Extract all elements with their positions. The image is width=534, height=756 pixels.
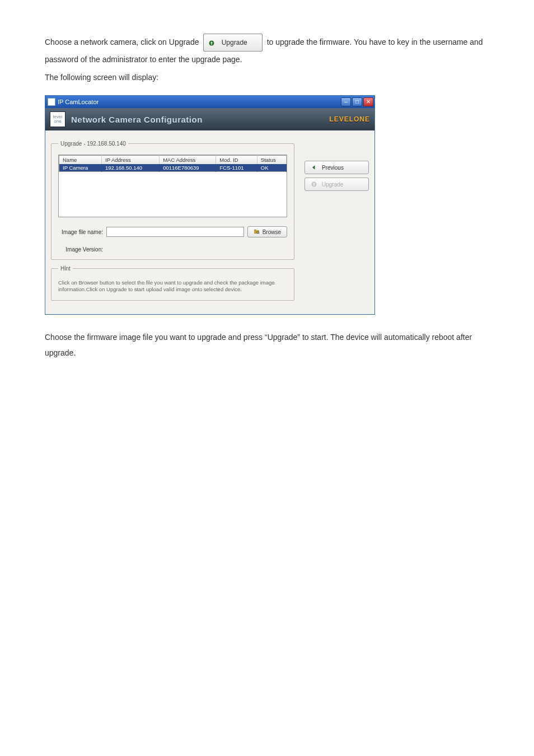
hint-legend: Hint bbox=[58, 265, 73, 272]
cell-modid: FCS-1101 bbox=[216, 164, 257, 172]
banner-title: Network Camera Configuration bbox=[71, 115, 329, 124]
minimize-button[interactable]: – bbox=[341, 97, 351, 106]
paragraph-3: Choose the firmware image file you want … bbox=[45, 329, 489, 361]
close-button[interactable]: ✕ bbox=[363, 97, 373, 106]
image-version-label: Image Version: bbox=[58, 246, 103, 253]
paragraph-2: The following screen will display: bbox=[45, 69, 489, 85]
cell-status: OK bbox=[257, 164, 286, 172]
image-file-row: Image file name: Browse bbox=[58, 226, 287, 237]
svg-line-2 bbox=[259, 233, 259, 234]
cell-name: IP Camera bbox=[59, 164, 102, 172]
table-row[interactable]: IP Camera 192.168.50.140 00116E780639 FC… bbox=[59, 164, 287, 172]
upgrade-inline-button-label: Upgrade bbox=[222, 39, 247, 46]
col-name: Name bbox=[59, 156, 102, 165]
upgrade-button[interactable]: Upgrade bbox=[305, 178, 369, 191]
brand-text: LEVELONE bbox=[329, 115, 370, 123]
upgrade-inline-button[interactable]: Upgrade bbox=[203, 34, 262, 52]
app-icon bbox=[48, 98, 55, 106]
previous-button-label: Previous bbox=[322, 165, 344, 171]
col-modid: Mod. ID bbox=[216, 156, 257, 165]
device-table: Name IP Address MAC Address Mod. ID Stat… bbox=[59, 155, 287, 172]
image-version-row: Image Version: bbox=[58, 246, 287, 253]
paragraph-1: Choose a network camera, click on Upgrad… bbox=[45, 34, 489, 67]
upgrade-button-label: Upgrade bbox=[322, 181, 343, 188]
brand-logo-icon: levelone bbox=[50, 111, 65, 127]
hint-text: Click on Browser button to select the fi… bbox=[58, 279, 287, 293]
col-mac: MAC Address bbox=[160, 156, 216, 165]
browse-button-label: Browse bbox=[263, 229, 281, 235]
cell-ip: 192.168.50.140 bbox=[102, 164, 160, 172]
browse-icon bbox=[254, 228, 260, 236]
upgrade-button-icon bbox=[311, 181, 317, 188]
previous-button[interactable]: Previous bbox=[305, 161, 369, 174]
banner: levelone Network Camera Configuration LE… bbox=[45, 108, 374, 130]
col-status: Status bbox=[257, 156, 286, 165]
device-table-wrap: Name IP Address MAC Address Mod. ID Stat… bbox=[58, 155, 287, 217]
browse-button[interactable]: Browse bbox=[247, 226, 287, 237]
col-ip: IP Address bbox=[102, 156, 160, 165]
table-empty-area bbox=[59, 172, 287, 217]
window-title: IP CamLocator bbox=[58, 99, 340, 105]
titlebar: IP CamLocator – □ ✕ bbox=[45, 96, 374, 108]
cell-mac: 00116E780639 bbox=[160, 164, 216, 172]
app-window: IP CamLocator – □ ✕ levelone Network Cam… bbox=[45, 95, 375, 315]
para1-part-a: Choose a network camera, click on Upgrad… bbox=[45, 38, 201, 46]
upgrade-fieldset-legend: Upgrade - 192.168.50.140 bbox=[58, 141, 128, 147]
upgrade-fieldset: Upgrade - 192.168.50.140 Name IP Address… bbox=[51, 141, 294, 260]
maximize-button[interactable]: □ bbox=[352, 97, 362, 106]
previous-icon bbox=[311, 164, 317, 171]
hint-fieldset: Hint Click on Browser button to select t… bbox=[51, 265, 294, 301]
image-file-label: Image file name: bbox=[58, 229, 103, 235]
upgrade-icon bbox=[208, 40, 215, 46]
table-header-row: Name IP Address MAC Address Mod. ID Stat… bbox=[59, 156, 287, 165]
image-file-input[interactable] bbox=[106, 227, 244, 237]
